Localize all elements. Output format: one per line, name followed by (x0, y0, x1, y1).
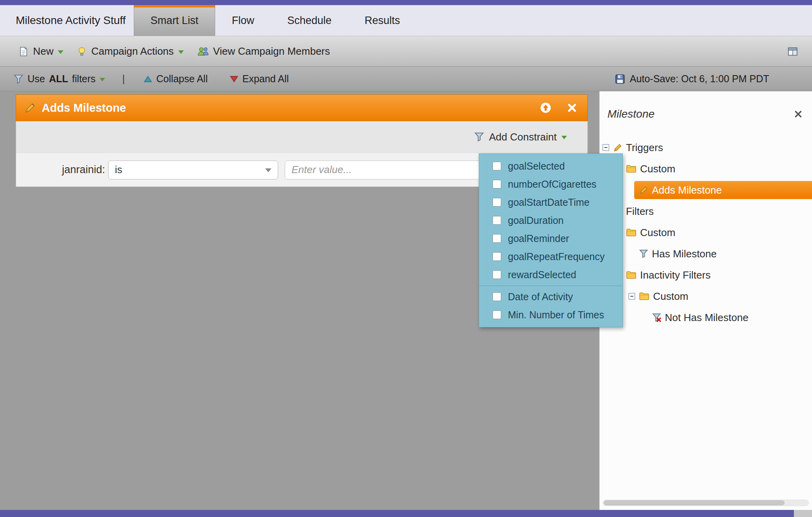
constraint-option-number-of-cigarettes[interactable]: numberOfCigarettes (479, 175, 622, 193)
use-filters-suffix: filters (72, 73, 96, 85)
expand-all-icon (230, 75, 238, 83)
tree-item-inactivity-filters[interactable]: Inactivity Filters (600, 264, 812, 286)
tab-results[interactable]: Results (348, 5, 417, 36)
tab-schedule[interactable]: Schedule (271, 5, 348, 36)
tree-item-custom-inactivity[interactable]: Custom (600, 286, 812, 307)
pencil-icon (613, 143, 622, 152)
collapse-all-icon (144, 75, 152, 83)
delete-card-button[interactable] (566, 102, 578, 114)
minus-box-icon (602, 144, 609, 151)
constraint-option-goal-start-datetime[interactable]: goalStartDateTime (479, 193, 622, 211)
sidebar-close-button[interactable] (793, 109, 803, 119)
tree-expander[interactable] (602, 144, 613, 151)
constraint-option-goal-selected[interactable]: goalSelected (479, 157, 622, 175)
folder-icon (626, 271, 637, 279)
checkbox[interactable] (493, 310, 501, 319)
tree-item-adds-milestone[interactable]: Adds Milestone (600, 179, 812, 201)
filter-options-bar: Use ALL filters | Collapse All Expand Al… (0, 67, 812, 91)
autosave-label: Auto-Save: Oct 6, 1:00 PM PDT (630, 73, 769, 85)
chevron-down-icon (265, 168, 271, 172)
tab-label: Smart List (151, 15, 199, 27)
folder-icon (626, 228, 637, 237)
autosave-status: Auto-Save: Oct 6, 1:00 PM PDT (615, 73, 769, 85)
tab-flow[interactable]: Flow (215, 5, 271, 36)
constraint-option-min-number-of-times[interactable]: Min. Number of Times (479, 306, 622, 324)
tab-smart-list[interactable]: Smart List (134, 5, 216, 36)
new-button-label: New (33, 45, 54, 57)
toggle-panel-button[interactable] (785, 46, 800, 57)
use-all-filters-button[interactable]: Use ALL filters (13, 73, 105, 85)
checkbox[interactable] (493, 234, 501, 243)
operator-value: is (115, 164, 122, 176)
checkbox[interactable] (493, 292, 501, 301)
use-filters-prefix: Use (28, 73, 45, 85)
arrow-up-circle-icon (540, 102, 552, 114)
add-constraint-button[interactable]: Add Constraint (474, 131, 567, 143)
checkbox[interactable] (493, 180, 501, 188)
use-filters-mode: ALL (49, 73, 68, 85)
horizontal-scrollbar (603, 500, 809, 506)
expand-all-label: Expand All (242, 73, 289, 85)
tree-item-filters[interactable]: Filters (600, 201, 812, 222)
chevron-down-icon (178, 50, 184, 54)
chevron-down-icon (561, 136, 567, 139)
campaign-actions-label: Campaign Actions (91, 45, 174, 57)
constraint-option-goal-reminder[interactable]: goalReminder (479, 229, 622, 247)
tree-item-triggers[interactable]: Triggers (600, 137, 812, 158)
window-bottom-frame (0, 510, 812, 517)
chevron-down-icon (58, 50, 63, 54)
people-icon (197, 46, 209, 57)
sidebar-header: Milestone (600, 91, 812, 137)
view-campaign-members-button[interactable]: View Campaign Members (190, 40, 337, 63)
checkbox[interactable] (493, 252, 501, 261)
new-button[interactable]: New (12, 40, 70, 63)
window-top-frame (0, 0, 812, 5)
tree-expander[interactable] (628, 293, 639, 300)
tab-bar: Milestone Activity Stuff Smart List Flow… (0, 5, 812, 36)
add-constraint-menu: goalSelected numberOfCigarettes goalStar… (479, 153, 623, 327)
checkbox[interactable] (493, 162, 501, 170)
sidebar-title: Milestone (607, 108, 793, 120)
separator: | (122, 73, 125, 85)
tree-item-custom-filters[interactable]: Custom (600, 222, 812, 243)
operator-select[interactable]: is (108, 161, 278, 179)
funnel-icon (13, 74, 24, 84)
tree-item-not-has-milestone[interactable]: Not Has Milestone (600, 307, 812, 328)
collapse-card-button[interactable] (540, 102, 552, 114)
collapse-all-button[interactable]: Collapse All (144, 73, 208, 85)
field-label: janrainid: (16, 164, 105, 176)
folder-icon (626, 164, 637, 173)
tab-label: Schedule (287, 15, 332, 27)
folder-icon (639, 292, 650, 301)
campaign-actions-button[interactable]: Campaign Actions (70, 40, 190, 63)
pencil-icon (639, 185, 648, 195)
checkbox[interactable] (493, 198, 501, 207)
constraint-bar: Add Constraint (16, 121, 587, 153)
app-window: Milestone Activity Stuff Smart List Flow… (0, 0, 812, 517)
checkbox[interactable] (493, 270, 501, 279)
trigger-card-header: Adds Milestone (16, 94, 588, 121)
new-document-icon (18, 46, 29, 57)
close-icon (793, 109, 803, 119)
funnel-icon (639, 249, 648, 258)
funnel-icon (474, 132, 484, 142)
view-campaign-members-label: View Campaign Members (213, 45, 330, 57)
constraint-option-date-of-activity[interactable]: Date of Activity (479, 288, 622, 306)
palette-tree: Triggers Custom (600, 137, 812, 328)
tree-item-has-milestone[interactable]: Has Milestone (600, 243, 812, 264)
tab-label: Results (365, 15, 400, 27)
tree-item-custom-triggers[interactable]: Custom (600, 158, 812, 179)
constraint-option-reward-selected[interactable]: rewardSelected (479, 266, 622, 284)
campaign-title: Milestone Activity Stuff (16, 14, 126, 27)
main-toolbar: New Campaign Actions View Campaign Membe… (0, 36, 812, 67)
constraint-option-goal-repeat-frequency[interactable]: goalRepeatFrequency (479, 247, 622, 266)
checkbox[interactable] (493, 216, 501, 225)
lightbulb-icon (77, 46, 87, 57)
expand-all-button[interactable]: Expand All (230, 73, 289, 85)
collapse-all-label: Collapse All (156, 73, 208, 85)
add-constraint-label: Add Constraint (489, 131, 557, 143)
minus-box-icon (628, 293, 635, 300)
scrollbar-thumb[interactable] (604, 500, 784, 505)
constraint-option-goal-duration[interactable]: goalDuration (479, 211, 622, 229)
tab-label: Flow (232, 15, 254, 27)
